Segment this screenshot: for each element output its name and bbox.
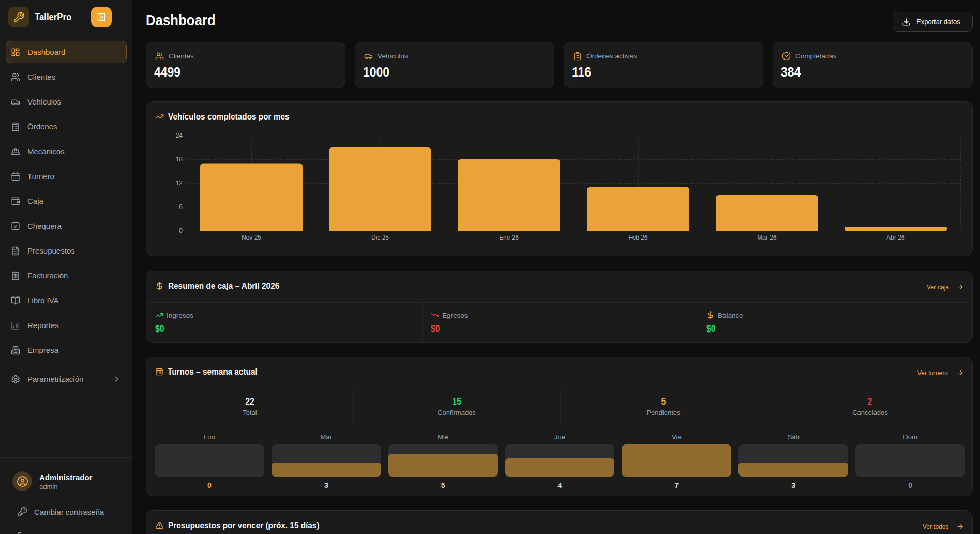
svg-text:Ene 26: Ene 26 xyxy=(499,234,519,241)
svg-text:24: 24 xyxy=(176,132,183,139)
svg-text:Nov 25: Nov 25 xyxy=(242,234,261,241)
svg-text:Feb 26: Feb 26 xyxy=(628,234,648,241)
svg-text:Mar 26: Mar 26 xyxy=(757,234,777,241)
svg-text:6: 6 xyxy=(179,203,183,211)
svg-text:0: 0 xyxy=(179,227,183,234)
svg-text:12: 12 xyxy=(176,180,183,187)
svg-text:18: 18 xyxy=(176,156,183,163)
svg-text:Abr 26: Abr 26 xyxy=(886,234,905,241)
svg-text:Dic 25: Dic 25 xyxy=(371,234,389,241)
